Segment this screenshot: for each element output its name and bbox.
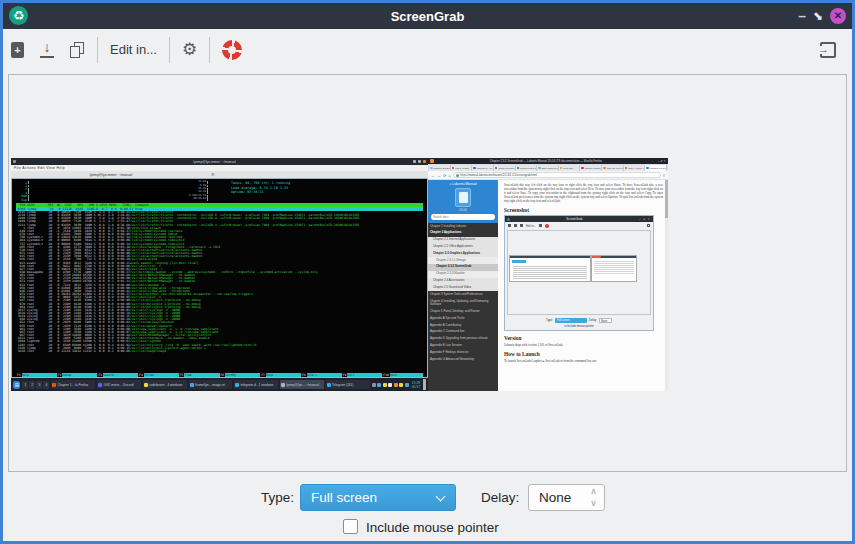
sidebar-nav-item: Appendix F Hotkeys shortcuts [428, 349, 498, 356]
window-title: ScreenGrab [3, 9, 852, 24]
fn-key: F7Nice - [260, 373, 301, 377]
save-button[interactable]: ↓ [32, 35, 62, 65]
type-label: Type: [261, 490, 294, 505]
sidebar-nav-item: Chapter 2.4 Accessories [428, 278, 498, 285]
type-value: Full screen [311, 490, 377, 505]
forward-icon: → [437, 173, 441, 178]
settings-button[interactable]: ⚙ [174, 35, 205, 65]
minimize-button[interactable]: – [798, 8, 806, 24]
taskbar-window-button: Chapter 1... la Firefox [51, 380, 95, 389]
padlock-icon [456, 174, 459, 177]
fn-key: F8Nice + [301, 373, 342, 377]
terminal-close-icon [423, 160, 426, 163]
tray-icon [399, 383, 403, 387]
sidebar-nav-item: Appendix E Live Session [428, 342, 498, 349]
firefox-tabstrip: Restore Session Inbox (7,358) [lubuntu-t… [428, 164, 668, 171]
favicon [646, 167, 649, 170]
fn-key: F10Quit [382, 373, 423, 377]
nested-thumb-left [509, 255, 591, 282]
spin-up-icon[interactable]: ∧ [589, 487, 598, 496]
nested-preview [507, 230, 651, 315]
lubuntu-book-icon [455, 188, 471, 207]
htop-summary: Tasks: 94, 798 thr; 1 running Load avera… [231, 181, 290, 195]
exit-icon: → [820, 42, 836, 58]
help-lifebuoy-icon [222, 40, 242, 60]
copy-icon [70, 42, 85, 58]
delay-value: None [539, 490, 571, 505]
terminal-min-icon [413, 160, 416, 163]
sidebar-nav-item: Chapter 5 Panel, Desktop, and Runner [428, 308, 498, 315]
nested-checkbox-row: ☐ Include mouse pointer [505, 324, 653, 330]
edit-in-button[interactable]: Edit in... [102, 35, 165, 65]
sidebar-nav-item: Chapter 2.3 Graphics Applications [428, 250, 498, 257]
delay-spinbox[interactable]: None ∧ ∨ [528, 484, 605, 511]
tray-icon [394, 383, 398, 387]
sidebar-nav-item: Chapter 2.2 Office Applications [428, 243, 498, 250]
quit-button[interactable]: → [812, 35, 844, 65]
firefox-window-controls: – ⬈ ✕ [658, 159, 666, 163]
page-scrollbar [665, 180, 668, 391]
sidebar-nav-item: Appendix A Tips and Tricks [428, 315, 498, 322]
favicon [517, 167, 520, 170]
reload-icon: ⟳ [443, 173, 446, 178]
sidebar-nav: Chapter 1 Installing Lubuntu Chapter 2 A… [428, 223, 498, 391]
delay-label: Delay: [481, 490, 519, 505]
version-text: Lubuntu ships with version 1.101 of Scre… [504, 343, 663, 347]
show-desktop-strip [423, 379, 426, 390]
favicon [603, 167, 606, 170]
sidebar-nav-item: Appendix G Advanced Networking [428, 356, 498, 363]
favicon [495, 167, 498, 170]
maximize-button[interactable]: ⬊ [813, 9, 823, 23]
screenshot-heading: Screenshot [504, 207, 663, 213]
sidebar-nav-item: Chapter 2.3.2 ScreenGrab [428, 264, 498, 271]
new-screenshot-icon [11, 42, 24, 58]
sidebar-nav-item: Chapter 2.3.3 Skanlite [428, 271, 498, 278]
tray-icon [372, 383, 376, 387]
tray-icon [405, 383, 409, 387]
version-heading: Version [504, 335, 663, 341]
workspace-switcher: 1234 [22, 381, 49, 389]
taskbar-window-button: #092-minte... Discord [97, 380, 141, 389]
type-combobox[interactable]: Full screen [300, 484, 456, 511]
docs-search-input [431, 214, 495, 220]
favicon [473, 167, 476, 170]
terminal-tab: lynmp@lyn-mmnr: ~/manual [11, 173, 211, 177]
fn-key: F4Filter [138, 373, 179, 377]
chevron-down-icon [436, 492, 446, 502]
close-button[interactable]: ✕ [830, 8, 846, 24]
taskbar-window-button: /home/lyn....image.nii [189, 380, 233, 389]
include-pointer-label: Include mouse pointer [366, 520, 499, 535]
preview-frame: lynmp@lyn-mmnr: ~/manual File Actions Ed… [8, 74, 847, 472]
menu-icon: ≡ [663, 173, 665, 178]
fn-key: F9Kill [342, 373, 383, 377]
favicon [538, 167, 541, 170]
cpu-meter-row: Swp 0K/16.6G [16, 198, 221, 201]
favicon [430, 167, 433, 170]
nested-exit-icon [647, 224, 651, 228]
toolbar-separator [209, 37, 210, 63]
include-pointer-checkbox[interactable] [343, 519, 358, 534]
sidebar-header: ⌂ Lubuntu Manual 20.04 [428, 180, 498, 223]
gear-icon: ⚙ [182, 39, 197, 60]
save-icon: ↓ [40, 42, 54, 58]
fn-key: F1Help [16, 373, 57, 377]
nested-toolbar: Edit in... [505, 222, 653, 229]
favicon [452, 167, 455, 170]
favicon [625, 167, 628, 170]
terminal-body: 1 11.8% 2 9.2% 3 [11, 178, 428, 378]
screenshot-preview: lynmp@lyn-mmnr: ~/manual File Actions Ed… [11, 158, 668, 391]
toolbar-separator [97, 37, 98, 63]
spin-down-icon[interactable]: ∨ [589, 499, 598, 508]
firefox-title: Chapter 2.3.2 ScreenGrab — Lubuntu Manua… [436, 159, 656, 163]
system-tray [372, 383, 409, 387]
nested-screengrab-screenshot: ScreenGrab – ⬈ ✕ Edit in... [504, 215, 654, 331]
taskbar-clock: 13:28 05/17 [411, 381, 422, 389]
terminal-title: lynmp@lyn-mmnr: ~/manual [16, 160, 413, 164]
help-button[interactable] [214, 35, 250, 65]
copy-button[interactable] [62, 35, 93, 65]
nested-help-icon [545, 224, 549, 228]
htop-columns: 2815 lynmp 20 0 4065M 712M 152M S 1.3 4.… [16, 211, 130, 353]
new-screenshot-button[interactable] [3, 35, 32, 65]
fn-key: F6SortBy [220, 373, 261, 377]
sidebar-nav-item: Appendix C Command line [428, 329, 498, 336]
